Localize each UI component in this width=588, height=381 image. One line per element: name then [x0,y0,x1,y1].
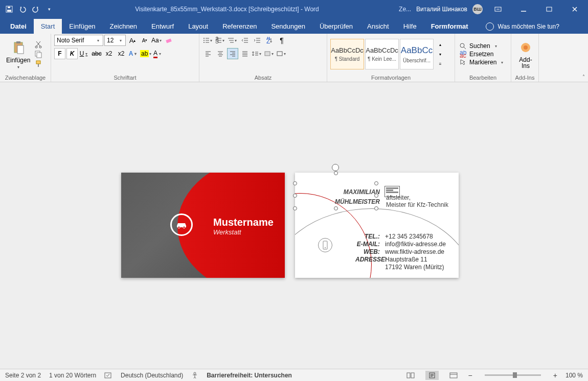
style-standard[interactable]: AaBbCcDc¶ Standard [330,39,364,69]
selection-handle[interactable] [293,181,297,185]
avatar[interactable]: ВШ [472,4,483,14]
underline-button[interactable]: U▾ [79,48,90,59]
justify-icon[interactable] [239,48,251,59]
clear-format-icon[interactable] [164,35,175,46]
subscript-button[interactable]: x2 [103,48,115,59]
edit-group-label: Bearbeiten [458,74,508,82]
selection-handle[interactable] [374,181,378,185]
zoom-slider[interactable] [485,374,541,376]
selection-handle[interactable] [334,171,338,175]
selection-handle[interactable] [374,194,378,198]
collapse-ribbon-icon[interactable]: ˄ [582,74,585,80]
tab-formformat[interactable]: Formformat [424,19,476,34]
styles-more[interactable]: ≡ [435,59,446,68]
copy-icon[interactable] [34,50,43,58]
accessibility-icon[interactable] [191,372,198,379]
tell-me[interactable]: Was möchten Sie tun? [476,22,568,34]
font-name-select[interactable]: Noto Serif▾ [54,35,103,46]
styles-scroll-down[interactable]: ▾ [435,50,446,59]
read-mode-icon[interactable] [404,371,417,380]
bullets-icon[interactable]: ▾ [202,35,214,46]
align-left-icon[interactable] [202,48,214,59]
selection-handle[interactable] [374,206,378,210]
tab-einfuegen[interactable]: Einfügen [62,19,102,34]
undo-icon[interactable] [17,4,28,14]
replace-button[interactable]: abacErsetzen [459,51,505,58]
qa-customize-icon[interactable]: ▾ [44,4,54,14]
zoom-out-button[interactable]: − [468,371,472,379]
find-button[interactable]: Suchen▾ [459,42,505,50]
redo-icon[interactable] [31,4,41,14]
format-painter-icon[interactable] [34,60,43,68]
shrink-font-icon[interactable]: A▾ [139,35,150,46]
change-case-icon[interactable]: Aa▾ [151,35,163,46]
tab-zeichnen[interactable]: Zeichnen [103,19,144,34]
bold-button[interactable]: F [54,48,65,59]
ribbon-display-icon[interactable] [488,2,508,17]
font-size-select[interactable]: 12▾ [104,35,126,46]
cut-icon[interactable] [34,40,43,49]
superscript-button[interactable]: x2 [116,48,127,59]
align-right-icon[interactable] [227,48,238,59]
tab-start[interactable]: Start [34,19,62,34]
user-name[interactable]: Виталий Шинаков [416,6,467,13]
paste-button[interactable]: Einfügen ▾ [3,37,33,72]
business-card-front[interactable]: Mustername Werkstatt [121,173,285,278]
tell-me-label: Was möchten Sie tun? [498,23,559,30]
svg-point-33 [325,247,326,248]
borders-icon[interactable]: ▾ [276,48,287,59]
minimize-button[interactable] [513,2,534,17]
tab-datei[interactable]: Datei [3,19,34,34]
selection-handle[interactable] [334,206,338,210]
style-heading1[interactable]: AaBbCcÜberschrif... [400,39,434,69]
status-accessibility[interactable]: Barrierefreiheit: Untersuchen [207,372,292,379]
tab-sendungen[interactable]: Sendungen [264,19,312,34]
print-layout-icon[interactable] [425,371,439,380]
highlight-icon[interactable]: ab▾ [140,48,151,59]
document-canvas[interactable]: Mustername Werkstatt MAXIMILIANMÜHLMEIST… [0,82,588,369]
styles-gallery[interactable]: AaBbCcDc¶ Standard AaBbCcDc¶ Kein Lee...… [330,39,446,69]
tab-ueberpruefen[interactable]: Überprüfen [312,19,360,34]
tab-ansicht[interactable]: Ansicht [360,19,396,34]
maximize-button[interactable] [539,2,559,17]
grow-font-icon[interactable]: A▴ [127,35,138,46]
tab-hilfe[interactable]: Hilfe [396,19,424,34]
select-button[interactable]: Markieren▾ [459,59,505,66]
spellcheck-icon[interactable] [104,372,112,379]
phone-icon [318,238,332,252]
sort-icon[interactable]: AZ [264,35,275,46]
web-layout-icon[interactable] [447,371,460,380]
increase-indent-icon[interactable] [252,35,263,46]
svg-rect-2 [8,7,10,8]
show-marks-icon[interactable]: ¶ [276,35,287,46]
font-color-icon[interactable]: A▾ [152,48,164,59]
selection-handle[interactable] [293,206,297,210]
tab-layout[interactable]: Layout [181,19,215,34]
zoom-in-button[interactable]: + [553,371,557,379]
close-button[interactable] [564,2,585,17]
business-card-back[interactable]: MAXIMILIANMÜHLMEISTER äftsleiter,Meister… [295,173,459,278]
status-zoom[interactable]: 100 % [566,372,583,379]
numbering-icon[interactable]: 123▾ [215,35,226,46]
rotation-handle[interactable] [332,164,339,171]
shading-icon[interactable]: ▾ [264,48,275,59]
align-center-icon[interactable] [215,48,226,59]
strike-button[interactable]: abc [91,48,102,59]
styles-scroll-up[interactable]: ▴ [435,40,446,49]
status-language[interactable]: Deutsch (Deutschland) [121,372,183,379]
share-truncated[interactable]: Ze... [399,6,411,13]
svg-rect-39 [450,373,457,378]
addins-button[interactable]: Add-Ins [514,37,537,71]
status-page[interactable]: Seite 2 von 2 [5,372,41,379]
decrease-indent-icon[interactable] [239,35,251,46]
text-effects-icon[interactable]: A▾ [128,48,139,59]
tab-entwurf[interactable]: Entwurf [144,19,181,34]
multilevel-icon[interactable]: ▾ [227,35,238,46]
save-icon[interactable] [4,4,14,14]
status-words[interactable]: 1 von 20 Wörtern [49,372,96,379]
style-no-spacing[interactable]: AaBbCcDc¶ Kein Lee... [365,39,399,69]
tab-referenzen[interactable]: Referenzen [215,19,264,34]
selection-handle[interactable] [293,194,297,198]
line-spacing-icon[interactable]: ▾ [252,48,263,59]
italic-button[interactable]: K [66,48,78,59]
